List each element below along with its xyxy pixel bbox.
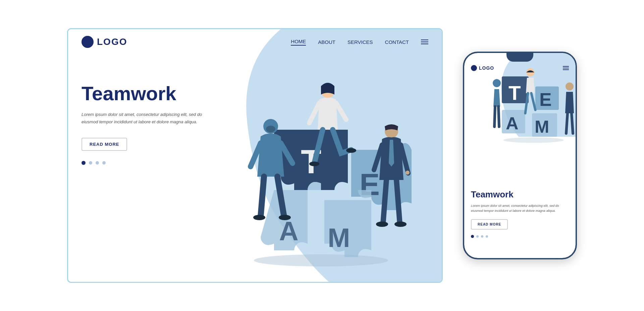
mobile-read-more-button[interactable]: READ MORE	[471, 219, 508, 230]
mobile-dots-navigation	[471, 235, 569, 238]
svg-point-13	[376, 222, 388, 227]
hamburger-menu-icon[interactable]	[421, 40, 428, 44]
desktop-content: Teamwork Lorem ipsum dolor sit amet, con…	[82, 83, 202, 165]
svg-point-26	[566, 82, 574, 90]
svg-text:A: A	[506, 114, 519, 133]
svg-point-6	[253, 215, 265, 220]
mobile-illustration-area: T E A M	[492, 66, 576, 143]
nav-home[interactable]: HOME	[291, 39, 306, 46]
desktop-mockup: LOGO HOME ABOUT SERVICES CONTACT Teamwor…	[67, 28, 443, 283]
svg-point-7	[279, 215, 291, 220]
main-title: Teamwork	[82, 83, 202, 104]
svg-point-27	[503, 137, 564, 143]
svg-point-24	[493, 79, 501, 87]
dot-3[interactable]	[96, 161, 99, 165]
nav-about[interactable]: ABOUT	[318, 39, 335, 45]
mobile-logo-text: LOGO	[479, 65, 494, 71]
logo-area: LOGO	[82, 36, 127, 48]
illustration-area: T E A M	[207, 49, 435, 277]
svg-text:A: A	[279, 216, 299, 246]
svg-point-15	[254, 254, 388, 266]
puzzle-piece-A: A	[261, 182, 321, 250]
main-container: LOGO HOME ABOUT SERVICES CONTACT Teamwor…	[20, 11, 624, 300]
dots-navigation	[82, 161, 202, 165]
svg-text:E: E	[539, 89, 552, 110]
mobile-hamburger-icon[interactable]	[563, 66, 569, 70]
mobile-screen: LOGO T E A	[464, 53, 576, 258]
mobile-teamwork-illustration: T E A M	[492, 66, 576, 143]
svg-point-14	[394, 222, 407, 227]
mobile-main-title: Teamwork	[471, 189, 569, 200]
mobile-logo-area: LOGO	[471, 65, 494, 71]
dot-1[interactable]	[82, 161, 86, 165]
nav-links: HOME ABOUT SERVICES CONTACT	[291, 39, 428, 46]
svg-point-9	[309, 162, 319, 166]
mobile-content: Teamwork Lorem ipsum dolor sit amet, con…	[464, 189, 576, 238]
read-more-button[interactable]: READ MORE	[82, 138, 127, 151]
logo-dot-icon	[82, 36, 94, 48]
svg-point-5	[266, 126, 275, 132]
svg-text:T: T	[508, 82, 521, 104]
puzzle-piece-M: M	[324, 190, 371, 257]
mobile-dot-4[interactable]	[486, 235, 488, 238]
mobile-dot-1[interactable]	[471, 235, 474, 238]
nav-services[interactable]: SERVICES	[347, 39, 373, 45]
dot-2[interactable]	[89, 161, 92, 165]
logo-text: LOGO	[97, 37, 127, 47]
mobile-dot-2[interactable]	[476, 235, 479, 238]
desktop-header: LOGO HOME ABOUT SERVICES CONTACT	[68, 29, 442, 55]
svg-text:M: M	[535, 117, 549, 136]
svg-point-12	[406, 171, 410, 175]
teamwork-illustration: T E A M	[207, 49, 435, 277]
mobile-dot-3[interactable]	[481, 235, 483, 238]
svg-point-10	[346, 148, 356, 153]
svg-text:M: M	[328, 223, 350, 253]
mobile-description: Lorem ipsum dolor sit amet, consectetur …	[471, 203, 569, 213]
mobile-logo-dot-icon	[471, 65, 477, 71]
main-description: Lorem ipsum dolor sit amet, consectetur …	[82, 111, 202, 126]
dot-4[interactable]	[102, 161, 106, 165]
mobile-mockup: LOGO T E A	[463, 52, 577, 259]
nav-contact[interactable]: CONTACT	[385, 39, 409, 45]
mobile-notch	[506, 53, 533, 62]
